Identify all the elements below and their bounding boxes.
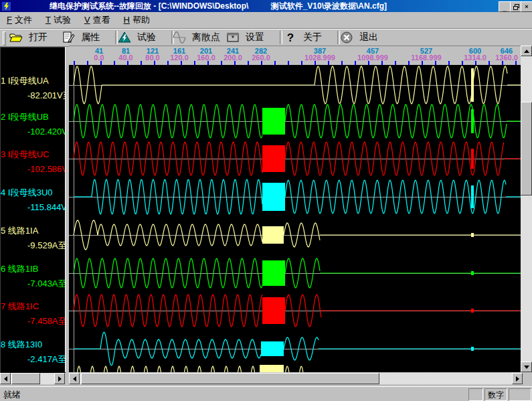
status-pane-2 <box>509 388 531 401</box>
waveform-scrollbar-left-arrow[interactable] <box>69 373 80 384</box>
channel-range-7: -7.458A至7. <box>27 315 66 327</box>
properties-button[interactable]: 属性 <box>62 29 100 46</box>
left-panel-scrollbar-left-arrow[interactable] <box>0 373 11 384</box>
channel-name-1[interactable]: 1 Ⅰ段母线UA <box>1 75 66 87</box>
waveform-vscrollbar[interactable] <box>521 46 532 372</box>
svg-text:?: ? <box>287 31 294 44</box>
waveform-canvas[interactable] <box>69 65 521 372</box>
menu-item-test[interactable]: T试验 <box>39 13 78 27</box>
channel-range-2: -102.420V至 <box>27 126 66 138</box>
exit-icon <box>340 31 353 44</box>
channel-name-4[interactable]: 4 Ⅰ段母线3U0 <box>1 187 66 199</box>
settings-button-label: 设置 <box>246 31 264 44</box>
channel-name-3[interactable]: 3 Ⅰ段母线UC <box>1 149 66 161</box>
waveform-hscrollbar[interactable] <box>69 373 523 384</box>
svg-text:*: * <box>232 34 235 42</box>
status-pane-0 <box>468 388 483 401</box>
left-panel-hscrollbar[interactable] <box>0 373 65 384</box>
app-icon <box>2 2 11 11</box>
channel-name-5[interactable]: 5 线路1IA <box>1 225 66 237</box>
toolbar-grip[interactable] <box>3 31 6 46</box>
ruler-time-label: 1028.999 <box>304 54 335 62</box>
menu-item-file[interactable]: F文件 <box>0 13 39 27</box>
ruler-time-label: 1098.999 <box>357 54 388 62</box>
channel-name-7[interactable]: 7 线路1IC <box>1 301 66 313</box>
about-icon: ? <box>284 31 297 44</box>
ruler-time-label: 160.0 <box>197 54 215 62</box>
waveform-vscrollbar-up-arrow[interactable] <box>521 46 532 56</box>
time-ruler: 410.08140.012180.0161120.0201160.0241200… <box>69 46 521 66</box>
ruler-time-label: 80.0 <box>145 54 159 62</box>
status-pane-num: 数字 <box>484 388 507 401</box>
folder-open-icon <box>9 31 23 44</box>
test-button-label: 试验 <box>137 31 156 44</box>
properties-icon <box>62 31 75 44</box>
menu-bar: F文件T试验V查看H帮助 <box>0 12 532 29</box>
channel-range-4: -115.844V至 <box>27 202 66 214</box>
status-text: 就绪 <box>3 389 21 401</box>
ruler-time-label: 1168.999 <box>411 54 441 62</box>
status-bar: 就绪 数字 <box>0 386 532 401</box>
left-panel-scrollbar-right-arrow[interactable] <box>54 373 65 384</box>
restore-icon <box>513 4 519 10</box>
exit-button[interactable]: 退出 <box>340 29 378 46</box>
window-title: 继电保护测试系统--故障回放 - [C:\WINDOWS\Desktop\ 测试… <box>50 1 387 12</box>
toolbar: 打开属性试验离散点*设置?关于退出 <box>0 29 532 47</box>
waveform-scrollbar-thumb[interactable] <box>81 373 379 384</box>
channel-range-3: -102.586V至 <box>27 163 66 175</box>
channel-range-5: -9.529A至14 <box>27 240 66 252</box>
ruler-time-label: 200.0 <box>224 54 242 62</box>
open-button-label: 打开 <box>29 31 48 44</box>
channel-range-8: -2.417A至4. <box>27 353 66 366</box>
channel-name-2[interactable]: 2 Ⅰ段母线UB <box>1 111 66 123</box>
discrete-points-button-label: 离散点 <box>192 31 220 44</box>
ruler-time-label: 120.0 <box>170 54 189 62</box>
test-button[interactable]: 试验 <box>118 29 156 46</box>
ruler-time-label: 40.0 <box>118 54 132 62</box>
channel-name-8[interactable]: 8 线路13I0 <box>1 339 66 351</box>
ruler-time-label: 1360.0 <box>495 54 518 62</box>
channel-name-6[interactable]: 6 线路1IB <box>1 263 66 275</box>
close-button[interactable]: × <box>521 1 532 12</box>
waveform-vscrollbar-thumb[interactable] <box>521 102 532 195</box>
open-button[interactable]: 打开 <box>9 29 48 46</box>
sine-wave-icon <box>173 31 186 44</box>
waveform-area[interactable] <box>69 65 521 372</box>
left-panel-scrollbar-thumb[interactable] <box>11 373 40 384</box>
waveform-scrollbar-right-arrow[interactable] <box>512 373 523 384</box>
channel-list-panel: 1 Ⅰ段母线UA-82.201V至82 Ⅰ段母线UB-102.420V至3 Ⅰ段… <box>0 47 66 373</box>
menu-item-help[interactable]: H帮助 <box>117 13 157 27</box>
settings-button[interactable]: *设置 <box>226 29 264 46</box>
test-icon <box>118 31 131 44</box>
menu-item-view[interactable]: V查看 <box>78 13 117 27</box>
toolbar-separator <box>280 31 282 44</box>
waveform-vscrollbar-down-arrow[interactable] <box>521 362 532 372</box>
settings-icon: * <box>226 31 240 44</box>
minimize-button[interactable]: _ <box>499 1 511 12</box>
channel-range-1: -82.201V至8 <box>27 90 66 102</box>
application-window: 继电保护测试系统--故障回放 - [C:\WINDOWS\Desktop\ 测试… <box>0 0 532 401</box>
discrete-points-button[interactable]: 离散点 <box>173 29 220 46</box>
title-bar: 继电保护测试系统--故障回放 - [C:\WINDOWS\Desktop\ 测试… <box>0 0 532 12</box>
ruler-time-label: 0.0 <box>94 54 104 62</box>
exit-button-label: 退出 <box>359 31 378 44</box>
properties-button-label: 属性 <box>81 31 100 44</box>
channel-range-6: -7.043A至7. <box>27 278 66 290</box>
about-button[interactable]: ?关于 <box>284 29 322 46</box>
about-button-label: 关于 <box>303 31 322 44</box>
